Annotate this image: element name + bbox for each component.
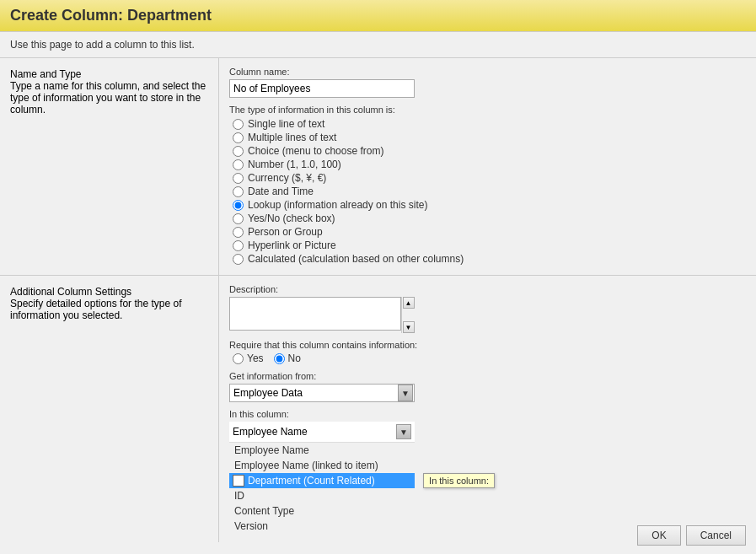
in-this-column-tooltip: In this column:	[423, 473, 495, 488]
radio-currency[interactable]: Currency ($, ¥, €)	[233, 172, 746, 184]
radio-single-line[interactable]: Single line of text	[233, 118, 746, 130]
description-label: Description:	[229, 284, 746, 294]
in-this-column-header[interactable]: Employee Name ▼	[229, 422, 415, 443]
button-bar: OK Cancel	[637, 525, 746, 546]
page-wrapper: Create Column: Department Use this page …	[0, 0, 756, 554]
radio-number[interactable]: Number (1, 1.0, 100)	[233, 159, 746, 170]
additional-settings-desc: Specify detailed options for the type of…	[10, 298, 208, 321]
additional-settings-title: Additional Column Settings	[10, 286, 208, 298]
require-label: Require that this column contains inform…	[229, 340, 746, 350]
page-title: Create Column: Department	[0, 0, 756, 32]
name-type-right-panel: Column name: The type of information in …	[219, 58, 756, 275]
name-type-section-left: Name and Type Type a name for this colum…	[0, 58, 219, 275]
column-name-input[interactable]	[229, 79, 415, 98]
department-checkbox: ✓	[233, 475, 244, 487]
list-item-department[interactable]: ✓ Department (Count Related)	[229, 473, 415, 488]
textarea-scrollbar[interactable]: ▲ ▼	[401, 297, 415, 333]
radio-choice[interactable]: Choice (menu to choose from)	[233, 145, 746, 157]
radio-date-time[interactable]: Date and Time	[233, 186, 746, 197]
radio-hyperlink[interactable]: Hyperlink or Picture	[233, 239, 746, 251]
type-radio-group: Single line of text Multiple lines of te…	[233, 118, 746, 265]
type-info-label: The type of information in this column i…	[229, 105, 746, 115]
in-this-column-label: In this column:	[229, 409, 746, 419]
page-description-text: Use this page to add a column to this li…	[10, 39, 195, 51]
list-item-employee-name-linked[interactable]: Employee Name (linked to item)	[229, 458, 415, 473]
description-textarea-wrapper: ▲ ▼	[229, 297, 415, 333]
in-this-column-container: Employee Name ▼ Employee Name Employee N…	[229, 422, 415, 534]
name-type-title: Name and Type	[10, 68, 208, 80]
get-info-select[interactable]: Employee Data	[229, 384, 415, 402]
require-yes[interactable]: Yes	[233, 352, 264, 364]
radio-multiple-lines[interactable]: Multiple lines of text	[233, 132, 746, 143]
scroll-up-btn[interactable]: ▲	[403, 297, 415, 309]
additional-settings-right-panel: Description: ▲ ▼ Require that this colum…	[219, 276, 756, 542]
list-item-content-type[interactable]: Content Type	[229, 503, 415, 519]
title-text: Create Column: Department	[10, 7, 212, 24]
name-type-desc: Type a name for this column, and select …	[10, 80, 208, 116]
cancel-button[interactable]: Cancel	[686, 525, 746, 546]
radio-person[interactable]: Person or Group	[233, 226, 746, 238]
require-radio-group: Yes No	[233, 352, 746, 364]
radio-calculated[interactable]: Calculated (calculation based on other c…	[233, 253, 746, 265]
description-textarea[interactable]	[229, 297, 401, 331]
list-item-id[interactable]: ID	[229, 488, 415, 503]
get-info-label: Get information from:	[229, 371, 746, 381]
list-item-employee-name[interactable]: Employee Name	[229, 443, 415, 458]
additional-settings-section-left: Additional Column Settings Specify detai…	[0, 276, 219, 542]
ok-button[interactable]: OK	[637, 525, 680, 546]
in-this-column-selected-text: Employee Name	[233, 426, 308, 438]
department-label: Department (Count Related)	[248, 475, 375, 487]
radio-lookup[interactable]: Lookup (information already on this site…	[233, 199, 746, 211]
in-this-column-dropdown-arrow[interactable]: ▼	[396, 424, 411, 439]
radio-yes-no[interactable]: Yes/No (check box)	[233, 212, 746, 224]
in-this-column-list: Employee Name Employee Name (linked to i…	[229, 443, 415, 534]
get-info-dropdown-wrapper[interactable]: Employee Data ▼	[229, 384, 415, 402]
list-item-department-wrapper: ✓ Department (Count Related) In this col…	[229, 473, 415, 488]
require-no[interactable]: No	[274, 352, 301, 364]
page-description: Use this page to add a column to this li…	[0, 32, 756, 57]
scroll-down-btn[interactable]: ▼	[403, 321, 415, 333]
list-item-version[interactable]: Version	[229, 519, 415, 534]
column-name-label: Column name:	[229, 67, 746, 77]
